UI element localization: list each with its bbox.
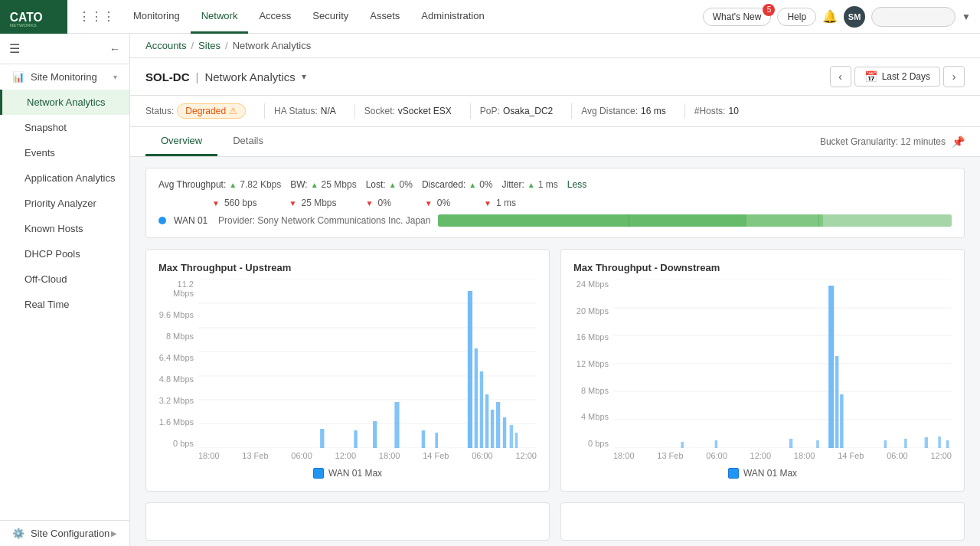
upstream-legend: WAN 01 Max (158, 468, 537, 479)
date-range-button[interactable]: 📅 Last 2 Days (854, 67, 940, 87)
granularity-label: Bucket Granularity: 12 minutes (820, 136, 946, 147)
downstream-x-label-2: 06:00 (706, 451, 727, 460)
upstream-y-label-4: 4.8 Mbps (158, 374, 194, 384)
svg-rect-33 (715, 440, 718, 448)
svg-text:CATO: CATO (10, 11, 43, 24)
nav-item-security[interactable]: Security (302, 0, 359, 34)
ha-status-label: HA Status: (274, 106, 318, 116)
sidebar-item-network-analytics[interactable]: Network Analytics (0, 90, 129, 115)
sidebar-item-events[interactable]: Events (0, 140, 129, 165)
whats-new-button[interactable]: What's New 5 (703, 8, 772, 26)
pin-icon[interactable]: 📌 (952, 136, 965, 148)
sidebar-item-dhcp-pools[interactable]: DHCP Pools (0, 241, 129, 266)
bw-down-val: 25 Mbps (302, 198, 337, 208)
title-dropdown-icon[interactable]: ▾ (302, 71, 306, 82)
discarded-down-val: 0% (437, 198, 450, 208)
socket-value: vSocket ESX (398, 106, 452, 116)
breadcrumb-sites-link[interactable]: Sites (198, 40, 220, 51)
downstream-x-label-1: 13 Feb (657, 451, 683, 460)
wan-bar-container (438, 214, 952, 227)
breadcrumb-sep2: / (225, 40, 228, 51)
tab-overview[interactable]: Overview (145, 127, 217, 156)
downstream-legend-checkbox[interactable] (728, 468, 739, 479)
upstream-legend-checkbox[interactable] (313, 468, 324, 479)
downstream-x-label-6: 06:00 (887, 451, 908, 460)
sidebar-item-site-monitoring[interactable]: 📊 Site Monitoring ▾ (0, 64, 129, 90)
svg-rect-42 (938, 436, 941, 448)
sidebar-item-off-cloud[interactable]: Off-Cloud (0, 266, 129, 292)
sidebar-item-site-configuration[interactable]: ⚙️ Site Configuration ▶ (0, 521, 129, 546)
svg-rect-37 (835, 356, 838, 448)
calendar-icon: 📅 (864, 70, 877, 83)
sidebar-menu-icon[interactable]: ☰ (9, 41, 20, 56)
upstream-x-label-3: 12:00 (335, 451, 357, 460)
upstream-y-label-0: 11.2 Mbps (158, 280, 194, 298)
upstream-chart-svg (198, 280, 537, 448)
downstream-y-label-2: 16 Mbps (573, 332, 609, 342)
svg-rect-19 (485, 394, 488, 448)
svg-rect-40 (904, 439, 907, 448)
downstream-x-label-0: 18:00 (613, 451, 635, 460)
sidebar-item-priority-analyzer[interactable]: Priority Analyzer (0, 191, 129, 216)
search-input[interactable] (871, 7, 956, 27)
avatar[interactable]: SM (844, 6, 865, 28)
bell-icon[interactable]: 🔔 (822, 9, 838, 24)
grid-menu-icon[interactable]: ⋮⋮⋮ (78, 9, 115, 24)
less-link[interactable]: Less (567, 179, 586, 190)
wan-row: WAN 01 Provider: Sony Network Communicat… (158, 214, 952, 227)
nav-item-access[interactable]: Access (248, 0, 302, 34)
sidebar-item-known-hosts[interactable]: Known Hosts (0, 216, 129, 241)
discarded-down-arrow: ▼ (425, 199, 433, 208)
upstream-y-label-1: 9.6 Mbps (158, 310, 194, 319)
avg-distance-value: 16 ms (641, 106, 666, 116)
breadcrumb: Accounts / Sites / Network Analytics (130, 34, 980, 58)
breadcrumb-accounts-link[interactable]: Accounts (145, 40, 186, 51)
svg-rect-15 (435, 433, 438, 448)
downstream-legend: WAN 01 Max (573, 468, 952, 479)
date-next-button[interactable]: › (943, 66, 965, 87)
sidebar-item-snapshot[interactable]: Snapshot (0, 115, 129, 140)
svg-text:NETWORKS: NETWORKS (10, 23, 37, 27)
svg-rect-32 (681, 442, 684, 448)
up-arrow-icon: ▲ (229, 181, 237, 189)
bw-down-arrow: ▼ (289, 199, 297, 208)
upstream-x-label-0: 18:00 (198, 451, 220, 460)
upstream-y-label-3: 6.4 Mbps (158, 353, 194, 362)
upstream-x-label-4: 18:00 (379, 451, 400, 460)
bottom-chart-left (145, 502, 550, 541)
sidebar-item-application-analytics[interactable]: Application Analytics (0, 165, 129, 191)
svg-rect-43 (946, 440, 949, 448)
upstream-x-label-7: 12:00 (515, 451, 537, 460)
sidebar-item-real-time[interactable]: Real Time (0, 292, 129, 317)
svg-rect-16 (468, 291, 472, 448)
whats-new-badge: 5 (763, 4, 775, 16)
warning-icon: ⚠ (229, 106, 237, 116)
downstream-x-label-7: 12:00 (930, 451, 952, 460)
upstream-y-label-6: 1.6 Mbps (158, 417, 194, 427)
nav-item-network[interactable]: Network (191, 0, 249, 34)
nav-item-monitoring[interactable]: Monitoring (122, 0, 191, 34)
date-prev-button[interactable]: ‹ (830, 66, 851, 87)
avg-distance-label: Avg Distance: (581, 106, 638, 116)
svg-rect-11 (354, 430, 357, 448)
tab-details[interactable]: Details (217, 127, 279, 156)
help-button[interactable]: Help (777, 8, 816, 26)
svg-rect-18 (480, 371, 483, 448)
svg-rect-17 (475, 348, 478, 448)
upstream-x-label-5: 14 Feb (423, 451, 449, 460)
sidebar-back-icon[interactable]: ← (109, 43, 120, 55)
site-code: SOL-DC (145, 70, 190, 83)
nav-item-assets[interactable]: Assets (359, 0, 410, 34)
date-nav: ‹ 📅 Last 2 Days › (830, 66, 965, 87)
logo: CATO NETWORKS (0, 0, 67, 34)
svg-rect-21 (496, 402, 500, 448)
downstream-x-label-5: 14 Feb (838, 451, 864, 460)
top-nav-items: Monitoring Network Access Security Asset… (122, 0, 495, 34)
discarded-up-arrow: ▲ (469, 181, 476, 189)
discarded-stat-label: Discarded: (422, 179, 466, 190)
dropdown-arrow-icon[interactable]: ▼ (962, 11, 971, 22)
upstream-y-label-2: 8 Mbps (158, 332, 194, 341)
nav-item-administration[interactable]: Administration (410, 0, 495, 34)
lost-up-arrow: ▲ (389, 181, 397, 189)
downstream-chart-svg (613, 280, 952, 448)
